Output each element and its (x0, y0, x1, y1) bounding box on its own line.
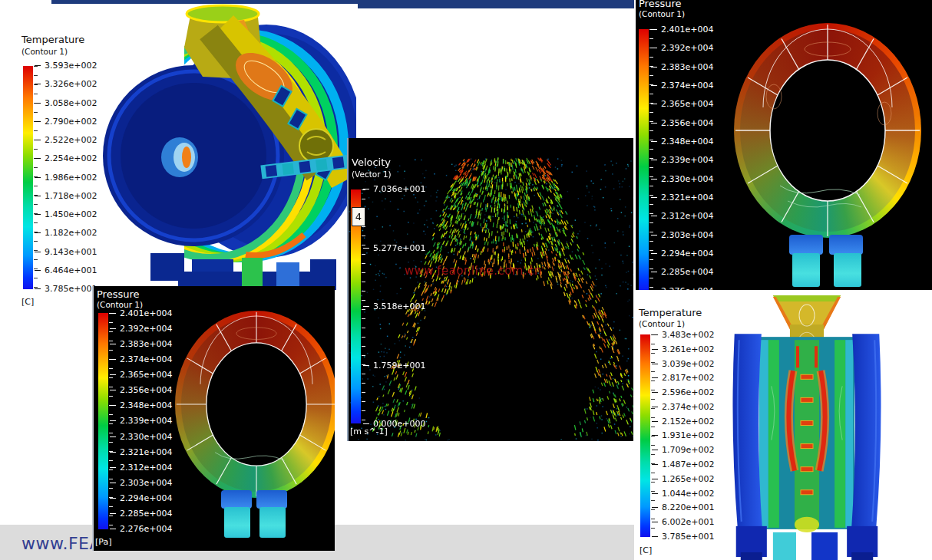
panel-velocity: Velocity (Vector 1) 7.036e+0015.277e+001… (347, 138, 633, 441)
legend-value: 2.401e+004 (120, 309, 181, 318)
legend-value: 1.265e+002 (662, 475, 720, 483)
legend-value: 2.817e+002 (662, 374, 720, 382)
legend-value: 7.036e+001 (373, 185, 435, 193)
legend-value: 2.321e+004 (120, 448, 181, 456)
velocity-unit: [m s^-1] (350, 427, 388, 436)
legend-value: 2.374e+002 (662, 403, 720, 411)
pressure-right-title: Pressure (639, 0, 682, 9)
legend-value: 2.365e+004 (120, 371, 181, 379)
temperature-left-unit: [C] (21, 297, 34, 307)
legend-value: 2.321e+004 (661, 193, 722, 202)
legend-value: 3.039e+002 (662, 360, 720, 368)
legend-value: 2.294e+004 (120, 494, 181, 502)
legend-value: 2.276e+004 (120, 525, 181, 533)
temperature-left-colorbar (23, 66, 33, 289)
legend-value: 1.709e+002 (662, 446, 720, 454)
pressure-left-unit: [Pa] (95, 537, 111, 547)
pressure-pipe-cap (221, 490, 252, 509)
legend-value: 6.002e+001 (662, 518, 720, 526)
legend-value: 2.374e+004 (661, 81, 722, 90)
velocity-title: Velocity (352, 156, 391, 168)
pressure-pipe (259, 507, 286, 538)
pressure-pipe (834, 253, 861, 287)
pressure-left-colorbar (98, 313, 108, 529)
legend-value: 2.303e+004 (120, 479, 181, 487)
pressure-pipe-cap (789, 235, 823, 255)
legend-value: 2.339e+004 (661, 156, 722, 164)
temperature-right-title: Temperature (639, 307, 702, 318)
legend-value: 2.392e+004 (661, 44, 722, 52)
legend-value: 2.365e+004 (661, 100, 722, 108)
legend-value: 2.294e+004 (661, 249, 722, 258)
pressure-pipe (224, 507, 250, 538)
legend-value: 2.303e+004 (661, 231, 722, 239)
legend-value: 2.348e+004 (120, 401, 181, 410)
legend-value: 2.285e+004 (661, 268, 722, 276)
legend-value: 2.152e+002 (662, 417, 720, 426)
pressure-pipe (792, 253, 820, 287)
cfd-results-collage: www.FEAonline.com.cn Temperature (Contou… (0, 0, 932, 560)
pressure-left-title: Pressure (97, 288, 140, 300)
legend-value: 3.518e+001 (373, 302, 435, 311)
pressure-ring-spokes (175, 311, 335, 498)
temperature-left-subtitle: (Contour 1) (21, 47, 68, 56)
velocity-watermark: www.feaonline.com.cn (405, 264, 542, 278)
pressure-ring-spokes (734, 23, 921, 238)
legend-value: 2.374e+004 (120, 355, 181, 364)
pressure-ring-image (175, 311, 335, 498)
legend-value: 1.044e+002 (662, 489, 720, 498)
temperature-right-legend-values: 3.483e+0023.261e+0023.039e+0022.817e+002… (662, 331, 720, 541)
pressure-pipe-cap (829, 235, 863, 255)
pressure-right-colorbar (639, 29, 649, 290)
colorbar-marker-badge: 4 (352, 207, 365, 226)
pressure-right-subtitle: (Contour 1) (639, 9, 685, 18)
legend-value: 3.261e+002 (662, 345, 720, 354)
pressure-right-legend-values: 2.401e+0042.392e+0042.383e+0042.374e+004… (661, 25, 722, 290)
pressure-ring-image (734, 23, 921, 238)
temperature-right-subtitle: (Contour 1) (639, 319, 685, 328)
legend-value: 2.348e+004 (661, 137, 722, 146)
legend-value: 2.401e+004 (661, 25, 722, 34)
legend-value: 1.931e+002 (662, 431, 720, 440)
legend-value: 2.392e+004 (120, 324, 181, 333)
velocity-legend-values: 7.036e+0015.277e+0013.518e+0011.759e+001… (373, 185, 435, 428)
legend-value: 2.383e+004 (120, 340, 181, 348)
temperature-contour-section-image (728, 294, 886, 560)
legend-value: 2.339e+004 (120, 417, 181, 425)
legend-value: 2.356e+004 (661, 119, 722, 127)
legend-value: 3.483e+002 (662, 331, 720, 339)
temperature-contour-machine-image (86, 2, 356, 290)
legend-value: 2.285e+004 (120, 509, 181, 518)
temperature-right-colorbar (640, 334, 650, 537)
pressure-left-legend-values: 2.401e+0042.392e+0042.383e+0042.374e+004… (120, 309, 181, 533)
legend-value: 5.277e+001 (373, 244, 435, 252)
temperature-left-ticks (34, 66, 38, 289)
legend-value: 1.487e+002 (662, 460, 720, 469)
panel-pressure-right: Pressure (Contour 1) 2.401e+0042.392e+00… (636, 0, 932, 290)
panel-pressure-left: Pressure (Contour 1) 2.401e+0042.392e+00… (92, 286, 335, 551)
legend-value: 2.330e+004 (120, 433, 181, 441)
legend-value: 2.312e+004 (661, 212, 722, 220)
legend-value: 2.356e+004 (120, 386, 181, 394)
legend-value: 2.312e+004 (120, 463, 181, 472)
temperature-left-title: Temperature (21, 34, 84, 45)
pressure-pipe-cap (256, 490, 287, 509)
velocity-subtitle: (Vector 1) (352, 170, 392, 179)
legend-value: 1.759e+001 (373, 361, 435, 370)
legend-value: 3.785e+001 (662, 532, 720, 541)
legend-value: 8.220e+001 (662, 503, 720, 512)
panel-temperature-right: Temperature (Contour 1) 3.483e+0023.261e… (634, 290, 932, 560)
legend-value: 2.330e+004 (661, 175, 722, 183)
legend-value: 2.596e+002 (662, 388, 720, 397)
legend-value: 2.383e+004 (661, 63, 722, 71)
temperature-right-unit: [C] (640, 545, 652, 555)
top-accent-bar-right (358, 0, 634, 8)
